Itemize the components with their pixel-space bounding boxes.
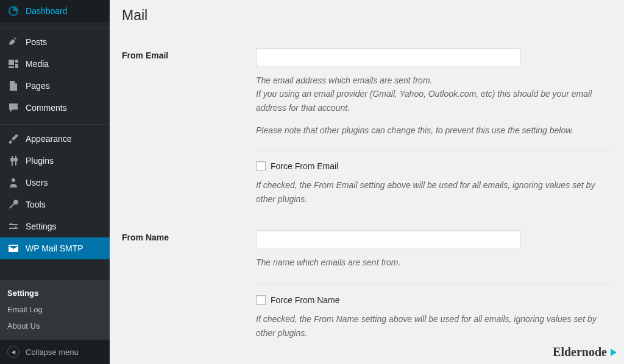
submenu-item-about-us[interactable]: About Us (0, 318, 110, 334)
pin-icon (7, 36, 20, 48)
sidebar-item-label: Users (26, 178, 48, 187)
sidebar-item-label: Dashboard (26, 6, 68, 16)
sidebar-item-label: Tools (26, 200, 46, 209)
from-email-section: From Email The email address which email… (122, 36, 612, 218)
media-icon (7, 58, 20, 70)
from-name-desc: The name which emails are sent from. (256, 256, 612, 269)
force-from-name-row: Force From Name (256, 295, 612, 305)
sidebar-item-dashboard[interactable]: Dashboard (0, 0, 110, 22)
from-email-input[interactable] (256, 48, 521, 66)
page-title: Mail (122, 0, 612, 36)
sidebar-item-media[interactable]: Media (0, 53, 110, 75)
submenu: Settings Email Log About Us (0, 280, 110, 339)
divider (256, 284, 612, 284)
divider (256, 150, 612, 150)
watermark: Eldernode (553, 345, 617, 359)
comment-icon (7, 102, 20, 114)
force-from-name-desc: If checked, the From Name setting above … (256, 312, 612, 340)
main-content: Mail From Email The email address which … (110, 0, 624, 364)
from-email-note: Please note that other plugins can chang… (256, 125, 612, 135)
sidebar-item-label: Comments (26, 103, 67, 113)
from-email-desc: The email address which emails are sent … (256, 74, 612, 114)
triangle-icon (611, 349, 617, 356)
plugin-icon (7, 155, 20, 167)
settings-icon (7, 220, 20, 233)
force-from-name-checkbox[interactable] (256, 295, 266, 305)
menu-separator (0, 25, 110, 28)
sidebar-item-label: Settings (26, 222, 57, 231)
sidebar-item-label: Media (26, 59, 49, 69)
force-from-email-row: Force From Email (256, 161, 612, 171)
dashboard-icon (7, 5, 20, 17)
collapse-label: Collapse menu (26, 348, 79, 357)
sidebar-item-wp-mail-smtp[interactable]: WP Mail SMTP (0, 237, 110, 259)
sidebar-item-appearance[interactable]: Appearance (0, 128, 110, 150)
sidebar-item-label: Plugins (26, 156, 54, 166)
force-from-name-label: Force From Name (271, 295, 340, 305)
from-name-section: From Name The name which emails are sent… (122, 218, 612, 352)
from-name-input[interactable] (256, 230, 521, 248)
wrench-icon (7, 198, 20, 211)
from-email-label: From Email (122, 48, 256, 206)
force-from-email-label: Force From Email (271, 161, 338, 171)
sidebar-item-tools[interactable]: Tools (0, 194, 110, 215)
main-menu: Dashboard Posts Media Pages Comments (0, 0, 110, 280)
sidebar-item-pages[interactable]: Pages (0, 75, 110, 97)
from-name-label: From Name (122, 230, 256, 340)
sidebar-item-users[interactable]: Users (0, 172, 110, 194)
collapse-icon: ◄ (7, 346, 20, 358)
sidebar-item-label: Appearance (26, 134, 72, 144)
force-from-email-checkbox[interactable] (256, 161, 266, 171)
collapse-menu-button[interactable]: ◄ Collapse menu (0, 339, 110, 364)
sidebar-item-label: Pages (26, 81, 50, 91)
admin-sidebar: Dashboard Posts Media Pages Comments (0, 0, 110, 364)
submenu-item-email-log[interactable]: Email Log (0, 301, 110, 318)
mail-icon (7, 242, 20, 254)
sidebar-item-posts[interactable]: Posts (0, 31, 110, 53)
sidebar-item-label: WP Mail SMTP (26, 243, 83, 253)
sidebar-item-comments[interactable]: Comments (0, 97, 110, 119)
force-from-email-desc: If checked, the From Email setting above… (256, 178, 612, 206)
submenu-item-settings[interactable]: Settings (0, 285, 110, 301)
page-icon (7, 80, 20, 92)
menu-separator (0, 122, 110, 125)
sidebar-item-settings[interactable]: Settings (0, 215, 110, 237)
user-icon (7, 177, 20, 189)
sidebar-item-plugins[interactable]: Plugins (0, 150, 110, 172)
sidebar-item-label: Posts (26, 37, 47, 47)
brush-icon (7, 133, 20, 145)
svg-point-0 (12, 178, 15, 182)
